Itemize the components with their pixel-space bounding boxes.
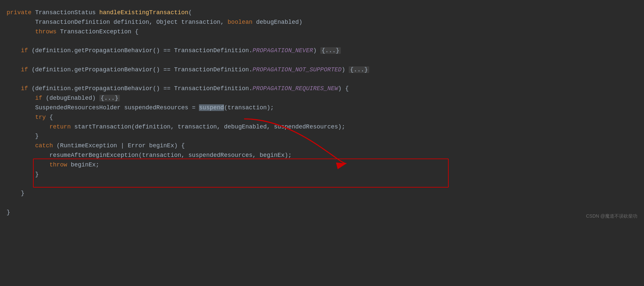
code-line-6 [7, 55, 631, 65]
code-line-5: if (definition.getPropagationBehavior() … [7, 46, 631, 55]
code-line-10: if (debugEnabled) {...} [7, 93, 631, 103]
code-line-19 [7, 179, 631, 189]
code-line-2: TransactionDefinition definition, Object… [7, 18, 631, 27]
code-line-13: return startTransaction(definition, tran… [7, 122, 631, 132]
code-container: private TransactionStatus handleExisting… [0, 0, 644, 225]
code-line-20: } [7, 189, 631, 198]
code-line-14: } [7, 131, 631, 141]
code-line-3: throws TransactionException { [7, 27, 631, 37]
watermark: CSDN @魔道不误砍柴功 [586, 212, 637, 220]
code-line-15: catch (RuntimeException | Error beginEx)… [7, 141, 631, 151]
code-line-16: resumeAfterBeginException(transaction, s… [7, 151, 631, 160]
code-line-22: } [7, 208, 631, 217]
code-line-21 [7, 198, 631, 208]
code-line-17: throw beginEx; [7, 160, 631, 170]
code-line-4 [7, 36, 631, 46]
code-line-1: private TransactionStatus handleExisting… [7, 8, 631, 18]
code-line-12: try { [7, 113, 631, 122]
code-line-11: SuspendedResourcesHolder suspendedResour… [7, 103, 631, 113]
code-line-9: if (definition.getPropagationBehavior() … [7, 84, 631, 93]
code-line-18: } [7, 170, 631, 179]
code-line-7: if (definition.getPropagationBehavior() … [7, 65, 631, 75]
code-line-8 [7, 75, 631, 84]
